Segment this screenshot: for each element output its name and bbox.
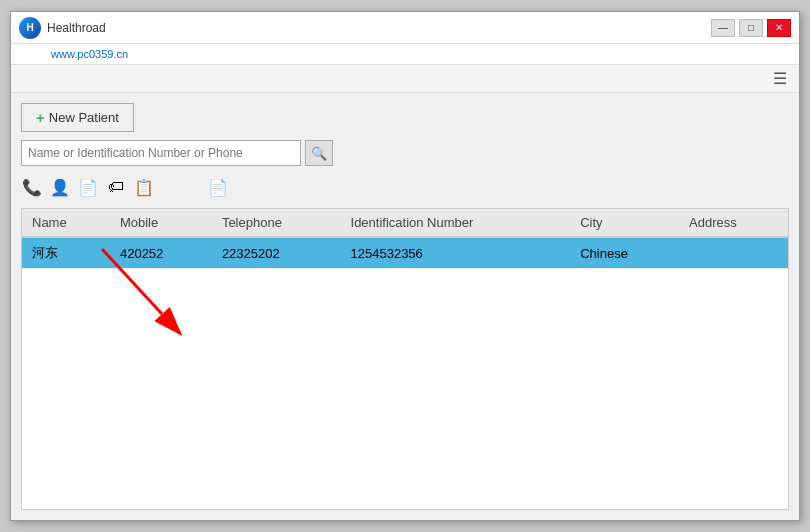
menu-bar: ☰ bbox=[11, 65, 799, 93]
col-telephone: Telephone bbox=[212, 209, 341, 237]
col-name: Name bbox=[22, 209, 110, 237]
toolbar: 📞 👤 📄 🏷 📋 📄 bbox=[21, 174, 789, 200]
watermark-text: www.pc0359.cn bbox=[51, 48, 128, 60]
col-city: City bbox=[570, 209, 679, 237]
phone-toolbar-icon[interactable]: 📞 bbox=[21, 176, 43, 198]
search-button[interactable]: 🔍 bbox=[305, 140, 333, 166]
table-header: Name Mobile Telephone Identification Num… bbox=[22, 209, 788, 237]
new-patient-button[interactable]: + New Patient bbox=[21, 103, 134, 132]
person-toolbar-icon[interactable]: 👤 bbox=[49, 176, 71, 198]
doc2-toolbar-icon[interactable]: 📄 bbox=[207, 176, 229, 198]
main-window: H Healthroad — □ ✕ www.pc0359.cn ☰ + New… bbox=[10, 11, 800, 521]
patient-table-container: Name Mobile Telephone Identification Num… bbox=[21, 208, 789, 510]
table-row[interactable]: 河东 420252 22325202 1254532356 Chinese bbox=[22, 237, 788, 269]
app-title: Healthroad bbox=[47, 21, 106, 35]
col-address: Address bbox=[679, 209, 788, 237]
col-id-number: Identification Number bbox=[341, 209, 571, 237]
cell-address bbox=[679, 237, 788, 269]
search-row: 🔍 bbox=[21, 140, 789, 166]
restore-button[interactable]: □ bbox=[739, 19, 763, 37]
watermark-bar: www.pc0359.cn bbox=[11, 44, 799, 65]
cell-id-number: 1254532356 bbox=[341, 237, 571, 269]
search-icon: 🔍 bbox=[311, 146, 327, 161]
cell-name: 河东 bbox=[22, 237, 110, 269]
cell-city: Chinese bbox=[570, 237, 679, 269]
table-body: 河东 420252 22325202 1254532356 Chinese bbox=[22, 237, 788, 269]
col-mobile: Mobile bbox=[110, 209, 212, 237]
app-logo: H bbox=[19, 17, 41, 39]
cell-telephone: 22325202 bbox=[212, 237, 341, 269]
cell-mobile: 420252 bbox=[110, 237, 212, 269]
minimize-button[interactable]: — bbox=[711, 19, 735, 37]
plus-icon: + bbox=[36, 109, 45, 126]
patient-table: Name Mobile Telephone Identification Num… bbox=[22, 209, 788, 269]
hamburger-icon[interactable]: ☰ bbox=[769, 67, 791, 90]
search-input[interactable] bbox=[21, 140, 301, 166]
header-row: Name Mobile Telephone Identification Num… bbox=[22, 209, 788, 237]
tag-toolbar-icon[interactable]: 🏷 bbox=[105, 176, 127, 198]
title-controls: — □ ✕ bbox=[711, 19, 791, 37]
title-left: H Healthroad bbox=[19, 17, 106, 39]
doc-toolbar-icon[interactable]: 📋 bbox=[133, 176, 155, 198]
content-area: + New Patient 🔍 📞 👤 📄 🏷 📋 📄 bbox=[11, 93, 799, 520]
title-bar: H Healthroad — □ ✕ bbox=[11, 12, 799, 44]
close-button[interactable]: ✕ bbox=[767, 19, 791, 37]
file-toolbar-icon[interactable]: 📄 bbox=[77, 176, 99, 198]
new-patient-label: New Patient bbox=[49, 110, 119, 125]
